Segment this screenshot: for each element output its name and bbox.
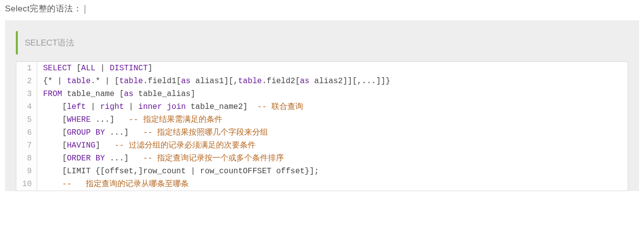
code-line: 7 [HAVING] -- 过滤分组的记录必须满足的次要条件 <box>16 139 628 152</box>
code-content: FROM table_name [as table_alias] <box>37 88 195 100</box>
code-content: -- 指定查询的记录从哪条至哪条 <box>37 178 189 191</box>
code-line: 6 [GROUP BY ...] -- 指定结果按照哪几个字段来分组 <box>16 126 628 139</box>
block-quote: SELECT语法 <box>16 31 628 54</box>
line-number: 9 <box>16 165 37 178</box>
line-number: 4 <box>16 100 37 113</box>
line-number: 3 <box>16 88 37 100</box>
code-content: {* | table.* | [table.field1[as alias1][… <box>37 75 390 88</box>
line-number: 8 <box>16 152 37 165</box>
code-line: 9 [LIMIT {[offset,]row_count | row_count… <box>16 165 628 178</box>
text-cursor <box>85 5 85 14</box>
section-heading: Select完整的语法： <box>5 3 639 14</box>
code-content: [ORDER BY ...] -- 指定查询记录按一个或多个条件排序 <box>37 152 284 165</box>
code-line: 4 [left | right | inner join table_name2… <box>16 100 628 113</box>
code-line: 8 [ORDER BY ...] -- 指定查询记录按一个或多个条件排序 <box>16 152 628 165</box>
line-number: 7 <box>16 139 37 152</box>
line-number: 6 <box>16 126 37 139</box>
line-number: 2 <box>16 75 37 88</box>
code-line: 5 [WHERE ...] -- 指定结果需满足的条件 <box>16 113 628 126</box>
code-content: [LIMIT {[offset,]row_count | row_countOF… <box>37 165 319 178</box>
quote-label: SELECT语法 <box>25 38 74 48</box>
code-content: [left | right | inner join table_name2] … <box>37 100 303 113</box>
code-content: [GROUP BY ...] -- 指定结果按照哪几个字段来分组 <box>37 126 268 139</box>
code-line: 2 {* | table.* | [table.field1[as alias1… <box>16 75 628 88</box>
code-content: [WHERE ...] -- 指定结果需满足的条件 <box>37 113 222 126</box>
code-line: 3 FROM table_name [as table_alias] <box>16 88 628 100</box>
code-block: 1 SELECT [ALL | DISTINCT] 2 {* | table.*… <box>16 61 628 191</box>
heading-text: Select完整的语法： <box>5 4 82 13</box>
line-number: 5 <box>16 113 37 126</box>
content-panel: SELECT语法 1 SELECT [ALL | DISTINCT] 2 {* … <box>5 20 639 191</box>
line-number: 1 <box>16 62 37 75</box>
code-line: 10 -- 指定查询的记录从哪条至哪条 <box>16 178 628 191</box>
code-content: SELECT [ALL | DISTINCT] <box>37 62 153 75</box>
line-number: 10 <box>16 178 37 191</box>
code-content: [HAVING] -- 过滤分组的记录必须满足的次要条件 <box>37 139 256 152</box>
code-line: 1 SELECT [ALL | DISTINCT] <box>16 62 628 75</box>
